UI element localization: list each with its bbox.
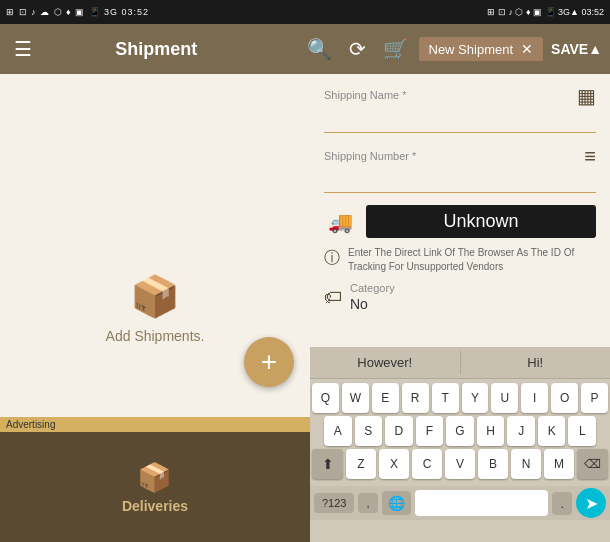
key-y[interactable]: Y <box>462 383 489 413</box>
status-right: ⊞ ⊡ ♪ ⬡ ♦ ▣ 📱 3G▲ 03:52 <box>487 7 604 17</box>
key-l[interactable]: L <box>568 416 596 446</box>
deliveries-nav-item[interactable]: 📦 Deliveries <box>122 461 188 514</box>
qr-icon[interactable]: ▦ <box>577 84 596 108</box>
shipping-name-input[interactable] <box>324 108 596 133</box>
key-d[interactable]: D <box>385 416 413 446</box>
key-n[interactable]: N <box>511 449 541 479</box>
status-icons-left: ⊞ ⊡ ♪ ☁ ⬡ ♦ ▣ 📱 3G 03:52 <box>6 7 149 17</box>
key-i[interactable]: I <box>521 383 548 413</box>
toolbar: ☰ Shipment 🔍 ⟳ 🛒 New Shipment ✕ SAVE▲ <box>0 24 610 74</box>
truck-icon: 🚚 <box>324 206 356 238</box>
send-icon: ➤ <box>585 494 598 513</box>
info-row: ⓘ Enter The Direct Link Of The Browser A… <box>324 246 596 274</box>
key-o[interactable]: O <box>551 383 578 413</box>
key-k[interactable]: K <box>538 416 566 446</box>
advertising-label: Advertising <box>6 419 55 430</box>
info-icon: ⓘ <box>324 248 340 269</box>
key-q[interactable]: Q <box>312 383 339 413</box>
main-content: 📦 Add Shipments. + Advertising 📦 Deliver… <box>0 74 610 542</box>
shipping-name-group: Shipping Name * ▦ <box>324 84 596 133</box>
form-area: Shipping Name * ▦ Shipping Number * ≡ 🚚 … <box>310 74 610 347</box>
key-u[interactable]: U <box>491 383 518 413</box>
key-p[interactable]: P <box>581 383 608 413</box>
vendor-row: 🚚 Unknown <box>324 205 596 238</box>
space-bar[interactable] <box>415 490 549 516</box>
refresh-icon[interactable]: ⟳ <box>343 37 373 61</box>
key-s[interactable]: S <box>355 416 383 446</box>
key-row-3: ⬆ Z X C V B N M ⌫ <box>312 449 608 479</box>
key-j[interactable]: J <box>507 416 535 446</box>
status-left: ⊞ ⊡ ♪ ☁ ⬡ ♦ ▣ 📱 3G 03:52 <box>6 7 149 17</box>
keyboard-area: However! Hi! Q W E R T Y U I O P <box>310 347 610 542</box>
deliveries-icon: 📦 <box>137 461 172 494</box>
backspace-key[interactable]: ⌫ <box>577 449 608 479</box>
key-t[interactable]: T <box>432 383 459 413</box>
shipping-number-group: Shipping Number * ≡ <box>324 145 596 193</box>
category-label: Category <box>350 282 395 294</box>
key-row-1: Q W E R T Y U I O P <box>312 383 608 413</box>
info-text: Enter The Direct Link Of The Browser As … <box>348 246 596 274</box>
send-button[interactable]: ➤ <box>576 488 606 518</box>
shift-key[interactable]: ⬆ <box>312 449 343 479</box>
search-icon[interactable]: 🔍 <box>305 37 335 61</box>
suggestion-hi[interactable]: Hi! <box>461 351 611 374</box>
add-shipments-area: 📦 Add Shipments. <box>106 273 205 344</box>
save-button[interactable]: SAVE▲ <box>551 41 602 57</box>
globe-icon[interactable]: 🌐 <box>382 491 411 515</box>
unknown-badge: Unknown <box>366 205 596 238</box>
shipping-number-label: Shipping Number * <box>324 150 416 162</box>
package-icon: 📦 <box>130 273 180 320</box>
key-b[interactable]: B <box>478 449 508 479</box>
key-h[interactable]: H <box>477 416 505 446</box>
right-panel: Shipping Name * ▦ Shipping Number * ≡ 🚚 … <box>310 74 610 542</box>
category-value: No <box>350 296 395 312</box>
tag-icon: 🏷 <box>324 287 342 308</box>
period-button[interactable]: . <box>552 492 572 515</box>
new-shipment-label: New Shipment <box>429 42 514 57</box>
suggestion-however[interactable]: However! <box>310 351 461 374</box>
key-r[interactable]: R <box>402 383 429 413</box>
left-panel: 📦 Add Shipments. + Advertising 📦 Deliver… <box>0 74 310 542</box>
advertising-bar: Advertising <box>0 417 310 432</box>
close-tab-icon[interactable]: ✕ <box>521 41 533 57</box>
app-title: Shipment <box>16 39 297 60</box>
key-g[interactable]: G <box>446 416 474 446</box>
keyboard-keys: Q W E R T Y U I O P A S D F G <box>310 379 610 486</box>
comma-button[interactable]: , <box>358 493 377 513</box>
key-m[interactable]: M <box>544 449 574 479</box>
barcode-icon[interactable]: ≡ <box>584 145 596 168</box>
key-a[interactable]: A <box>324 416 352 446</box>
shipping-name-label: Shipping Name * <box>324 89 407 101</box>
add-shipment-fab[interactable]: + <box>244 337 294 387</box>
status-bar: ⊞ ⊡ ♪ ☁ ⬡ ♦ ▣ 📱 3G 03:52 ⊞ ⊡ ♪ ⬡ ♦ ▣ 📱 3… <box>0 0 610 24</box>
key-f[interactable]: F <box>416 416 444 446</box>
keyboard-bottom: ?123 , 🌐 . ➤ <box>310 486 610 520</box>
status-icons-right: ⊞ ⊡ ♪ ⬡ ♦ ▣ 📱 3G▲ 03:52 <box>487 7 604 17</box>
key-z[interactable]: Z <box>346 449 376 479</box>
key-c[interactable]: C <box>412 449 442 479</box>
fab-icon: + <box>261 346 277 378</box>
shipping-number-input[interactable] <box>324 168 596 193</box>
key-x[interactable]: X <box>379 449 409 479</box>
new-shipment-tab[interactable]: New Shipment ✕ <box>419 37 544 61</box>
add-shipments-text: Add Shipments. <box>106 328 205 344</box>
key-row-2: A S D F G H J K L <box>312 416 608 446</box>
key-e[interactable]: E <box>372 383 399 413</box>
numbers-button[interactable]: ?123 <box>314 493 354 513</box>
key-w[interactable]: W <box>342 383 369 413</box>
deliveries-label: Deliveries <box>122 498 188 514</box>
keyboard-suggestions: However! Hi! <box>310 347 610 379</box>
category-row: 🏷 Category No <box>324 282 596 312</box>
key-v[interactable]: V <box>445 449 475 479</box>
bottom-nav: 📦 Deliveries <box>0 432 310 542</box>
cart-icon[interactable]: 🛒 <box>381 37 411 61</box>
